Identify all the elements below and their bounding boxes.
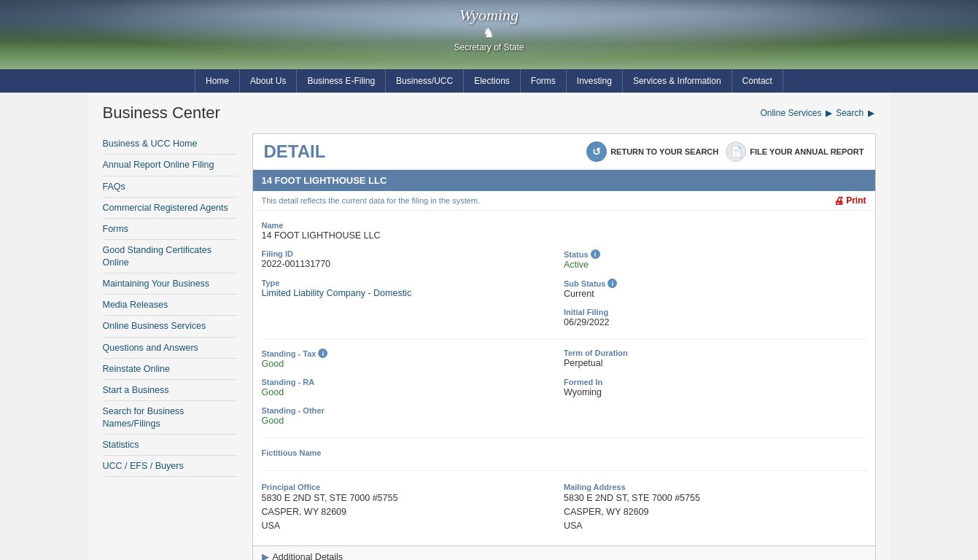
print-label: Print	[846, 195, 866, 206]
standing-other-value: Good	[262, 416, 866, 426]
breadcrumb-online-services[interactable]: Online Services	[760, 108, 821, 118]
sidebar-link-faqs[interactable]: FAQs	[103, 176, 238, 197]
mailing-address-line1: 5830 E 2ND ST, STE 7000 #5755	[564, 491, 866, 505]
sidebar-item: Start a Business	[103, 380, 238, 401]
expand-additional-label: Additional Details	[273, 552, 344, 560]
detail-grid-1: Filing ID 2022-001131770 Status i Active	[262, 246, 866, 276]
print-button[interactable]: 🖨 Print	[834, 195, 866, 206]
detail-grid-2: Type Limited Liability Company - Domesti…	[262, 276, 866, 305]
principal-office-block: Principal Office 5830 E 2ND ST, STE 7000…	[262, 483, 564, 532]
detail-content: Name 14 FOOT LIGHTHOUSE LLC Filing ID 20…	[253, 211, 875, 545]
field-standing-tax: Standing - Tax i Good	[262, 346, 564, 375]
mailing-address-block: Mailing Address 5830 E 2ND ST, STE 7000 …	[564, 483, 866, 532]
expand-additional-details-header[interactable]: ▶ Additional Details	[253, 546, 875, 560]
expand-arrow-additional: ▶	[262, 552, 268, 560]
principal-office-label: Principal Office	[262, 483, 564, 491]
principal-office-line1: 5830 E 2ND ST, STE 7000 #5755	[262, 491, 564, 505]
field-name: Name 14 FOOT LIGHTHOUSE LLC	[262, 218, 866, 246]
standing-tax-info-icon[interactable]: i	[318, 349, 327, 358]
content-wrapper: Business Center Online Services ▶ Search…	[88, 93, 890, 560]
sidebar-item: Reinstate Online	[103, 359, 238, 380]
detail-actions: ↺ RETURN TO YOUR SEARCH 📄 FILE YOUR ANNU…	[586, 141, 863, 162]
nav-home[interactable]: Home	[195, 69, 240, 93]
initial-filing-value: 06/29/2022	[564, 317, 866, 327]
detail-grid-4: Standing - Tax i Good Term of Duration P…	[262, 346, 866, 375]
field-standing-other: Standing - Other Good	[262, 403, 866, 432]
sidebar-item: Good Standing Certificates Online	[103, 240, 238, 273]
sidebar-link-questions[interactable]: Questions and Answers	[103, 338, 238, 358]
field-status: Status i Active	[564, 246, 866, 276]
sidebar-link-maintaining[interactable]: Maintaining Your Business	[103, 273, 238, 294]
principal-office-line3: USA	[262, 519, 564, 533]
print-icon: 🖨	[834, 195, 844, 206]
sidebar-link-start-biz[interactable]: Start a Business	[103, 380, 238, 400]
field-type: Type Limited Liability Company - Domesti…	[262, 276, 564, 305]
detail-grid-3: Initial Filing 06/29/2022	[262, 305, 866, 333]
formed-in-value: Wyoming	[564, 387, 866, 397]
status-label: Status i	[564, 249, 866, 259]
sidebar-link-forms[interactable]: Forms	[103, 219, 238, 239]
divider-3	[262, 470, 866, 471]
field-standing-ra: Standing - RA Good	[262, 375, 564, 403]
main-layout: Business & UCC Home Annual Report Online…	[103, 133, 876, 560]
sidebar-item: Annual Report Online Filing	[103, 155, 238, 176]
sidebar-item: Search for Business Names/Filings	[103, 401, 238, 435]
term-duration-label: Term of Duration	[564, 349, 866, 357]
sidebar-link-statistics[interactable]: Statistics	[103, 435, 238, 455]
header-banner: Wyoming ♞ Secretary of State	[0, 0, 978, 69]
detail-grid-5: Standing - RA Good Formed In Wyoming	[262, 375, 866, 403]
nav-services[interactable]: Services & Information	[623, 69, 732, 93]
sidebar-item: Business & UCC Home	[103, 133, 238, 155]
nav-business-ucc[interactable]: Business/UCC	[386, 69, 464, 93]
sidebar-item: Statistics	[103, 435, 238, 456]
sidebar-link-good-standing[interactable]: Good Standing Certificates Online	[103, 240, 238, 273]
sidebar: Business & UCC Home Annual Report Online…	[103, 133, 238, 560]
file-annual-report-button[interactable]: 📄 FILE YOUR ANNUAL REPORT	[726, 141, 863, 162]
sidebar-link-commercial-agents[interactable]: Commercial Registered Agents	[103, 198, 238, 218]
sidebar-link-online-biz[interactable]: Online Business Services	[103, 316, 238, 336]
sidebar-link-annual-report[interactable]: Annual Report Online Filing	[103, 155, 238, 175]
filing-id-label: Filing ID	[262, 249, 564, 258]
sidebar-item: Maintaining Your Business	[103, 273, 238, 295]
logo-icon: ♞	[454, 25, 524, 41]
breadcrumb: Online Services ▶ Search ▶	[760, 108, 875, 118]
status-info-icon[interactable]: i	[591, 249, 600, 259]
sidebar-item: Online Business Services	[103, 316, 238, 337]
sidebar-link-reinstate[interactable]: Reinstate Online	[103, 359, 238, 379]
nav-investing[interactable]: Investing	[567, 69, 623, 93]
initial-filing-label: Initial Filing	[564, 308, 866, 316]
nav-contact[interactable]: Contact	[732, 69, 783, 93]
field-spacer	[262, 305, 564, 333]
filing-id-value: 2022-001131770	[262, 259, 564, 269]
sidebar-item: Media Releases	[103, 295, 238, 316]
sidebar-link-biz-ucc-home[interactable]: Business & UCC Home	[103, 133, 238, 154]
type-label: Type	[262, 279, 564, 287]
sub-status-value: Current	[564, 289, 866, 299]
sidebar-link-media[interactable]: Media Releases	[103, 295, 238, 315]
nav-elections[interactable]: Elections	[464, 69, 521, 93]
address-section: Principal Office 5830 E 2ND ST, STE 7000…	[262, 477, 866, 538]
breadcrumb-search[interactable]: Search	[836, 108, 863, 118]
nav-about[interactable]: About Us	[240, 69, 297, 93]
standing-ra-value: Good	[262, 387, 564, 397]
breadcrumb-sep2: ▶	[868, 108, 874, 118]
sidebar-item: Commercial Registered Agents	[103, 198, 238, 219]
sidebar-link-ucc[interactable]: UCC / EFS / Buyers	[103, 456, 238, 476]
sidebar-link-search-names[interactable]: Search for Business Names/Filings	[103, 401, 238, 434]
divider-2	[262, 438, 866, 438]
page-title: Business Center	[103, 104, 220, 122]
detail-panel: DETAIL ↺ RETURN TO YOUR SEARCH 📄 FILE YO…	[252, 133, 876, 560]
field-sub-status: Sub Status i Current	[564, 276, 866, 305]
logo-sub: Secretary of State	[454, 42, 524, 52]
nav-forms[interactable]: Forms	[521, 69, 567, 93]
field-filing-id: Filing ID 2022-001131770	[262, 246, 564, 276]
standing-other-label: Standing - Other	[262, 406, 866, 415]
standing-ra-label: Standing - RA	[262, 378, 564, 386]
sub-status-info-icon[interactable]: i	[608, 279, 617, 288]
nav-business-efiling[interactable]: Business E-Filing	[297, 69, 386, 93]
divider-1	[262, 339, 866, 340]
field-formed-in: Formed In Wyoming	[564, 375, 866, 403]
sub-status-label: Sub Status i	[564, 279, 866, 288]
return-to-search-button[interactable]: ↺ RETURN TO YOUR SEARCH	[586, 141, 718, 162]
breadcrumb-sep1: ▶	[826, 108, 832, 118]
